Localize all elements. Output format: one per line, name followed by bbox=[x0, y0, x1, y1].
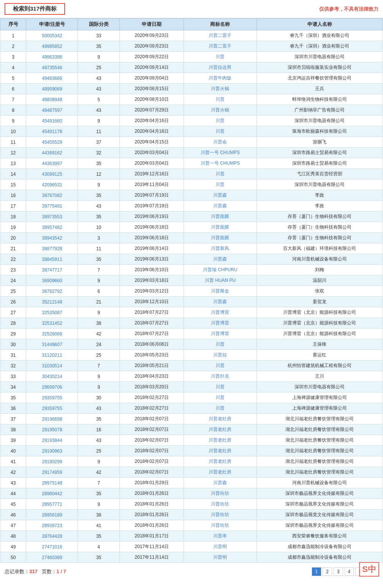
cell-6-1[interactable]: 48808948 bbox=[26, 94, 78, 105]
app-number-link-16[interactable]: 39775491 bbox=[42, 203, 62, 209]
cell-22-1[interactable]: 38747717 bbox=[26, 265, 78, 275]
app-number-link-10[interactable]: 45455529 bbox=[42, 140, 62, 145]
page-btn-4[interactable]: 4 bbox=[345, 567, 354, 576]
app-number-link-3[interactable]: 49735546 bbox=[42, 65, 62, 70]
app-number-link-27[interactable]: 32531452 bbox=[42, 321, 62, 326]
app-number-link-21[interactable]: 38845911 bbox=[42, 257, 62, 262]
app-number-link-22[interactable]: 38747717 bbox=[42, 267, 62, 273]
cell-39-1[interactable]: 29190963 bbox=[26, 446, 78, 456]
cell-13-1[interactable]: 43089125 bbox=[26, 169, 78, 180]
app-number-link-44[interactable]: 28957771 bbox=[42, 502, 62, 507]
app-number-link-17[interactable]: 38973553 bbox=[42, 214, 62, 219]
cell-38-1[interactable]: 29193844 bbox=[26, 435, 78, 446]
cell-9-1[interactable]: 45491178 bbox=[26, 126, 78, 137]
cell-33-1[interactable]: 29699706 bbox=[26, 382, 78, 393]
app-number-link-12[interactable]: 44363997 bbox=[42, 161, 62, 166]
cell-11-1[interactable]: 44369162 bbox=[26, 148, 78, 158]
cell-21-1[interactable]: 38845911 bbox=[26, 254, 78, 265]
app-number-link-37[interactable]: 29195078 bbox=[42, 427, 62, 432]
app-number-link-2[interactable]: 49963386 bbox=[42, 54, 62, 60]
cell-47-1[interactable]: 28764428 bbox=[26, 531, 78, 542]
cell-45-1[interactable]: 28956189 bbox=[26, 510, 78, 520]
app-number-link-23[interactable]: 36909660 bbox=[42, 278, 62, 283]
page-btn-1[interactable]: 1 bbox=[312, 567, 321, 576]
app-number-link-36[interactable]: 29196698 bbox=[42, 416, 62, 422]
app-number-link-33[interactable]: 29699706 bbox=[42, 385, 62, 390]
app-number-link-7[interactable]: 48487597 bbox=[42, 108, 62, 113]
cell-25-1[interactable]: 35212148 bbox=[26, 297, 78, 307]
app-number-link-14[interactable]: 42096531 bbox=[42, 182, 62, 188]
app-number-link-24[interactable]: 36782792 bbox=[42, 289, 62, 294]
cell-1-1[interactable]: 49985852 bbox=[26, 41, 78, 52]
app-number-link-47[interactable]: 28764428 bbox=[42, 534, 62, 539]
app-number-link-4[interactable]: 49493666 bbox=[42, 76, 62, 81]
cell-15-1[interactable]: 39787082 bbox=[26, 190, 78, 201]
app-number-link-34[interactable]: 29359755 bbox=[42, 395, 62, 400]
app-number-link-45[interactable]: 28956189 bbox=[42, 512, 62, 518]
app-number-link-18[interactable]: 38957482 bbox=[42, 225, 62, 230]
app-number-link-11[interactable]: 44369162 bbox=[42, 150, 62, 156]
app-number-link-38[interactable]: 29193844 bbox=[42, 438, 62, 443]
cell-43-1[interactable]: 28960442 bbox=[26, 488, 78, 499]
app-number-link-31[interactable]: 31030514 bbox=[42, 363, 62, 369]
cell-36-1[interactable]: 29196698 bbox=[26, 414, 78, 424]
app-number-link-25[interactable]: 35212148 bbox=[42, 299, 62, 305]
app-number-link-48[interactable]: 27471016 bbox=[42, 544, 62, 550]
cell-20-1[interactable]: 38877928 bbox=[26, 243, 78, 254]
cell-41-1[interactable]: 29174959 bbox=[26, 467, 78, 478]
cell-34-1[interactable]: 29359755 bbox=[26, 393, 78, 403]
cell-10-1[interactable]: 45455529 bbox=[26, 137, 78, 148]
app-number-link-43[interactable]: 28960442 bbox=[42, 491, 62, 496]
cell-19-1[interactable]: 38943542 bbox=[26, 233, 78, 243]
cell-12-1[interactable]: 44363997 bbox=[26, 158, 78, 169]
app-number-link-8[interactable]: 45491660 bbox=[42, 118, 62, 124]
app-number-link-28[interactable]: 32526066 bbox=[42, 331, 62, 337]
app-number-link-15[interactable]: 39787082 bbox=[42, 193, 62, 198]
cell-31-1[interactable]: 31030514 bbox=[26, 361, 78, 371]
app-number-link-0[interactable]: 50005342 bbox=[42, 33, 62, 38]
page-btn-2[interactable]: 2 bbox=[323, 567, 332, 576]
app-number-link-49[interactable]: 27460389 bbox=[42, 555, 62, 560]
cell-7-1[interactable]: 48487597 bbox=[26, 105, 78, 116]
cell-5-1[interactable]: 48959069 bbox=[26, 84, 78, 94]
app-number-link-32[interactable]: 30430214 bbox=[42, 374, 62, 379]
cell-2-1[interactable]: 49963386 bbox=[26, 52, 78, 62]
cell-17-1[interactable]: 38973553 bbox=[26, 211, 78, 222]
cell-35-1[interactable]: 29359755 bbox=[26, 403, 78, 414]
cell-26-1[interactable]: 32535087 bbox=[26, 307, 78, 318]
cell-4-1[interactable]: 49493666 bbox=[26, 73, 78, 84]
app-number-link-39[interactable]: 29190963 bbox=[42, 448, 62, 454]
cell-30-1[interactable]: 31120211 bbox=[26, 350, 78, 361]
app-number-link-26[interactable]: 32535087 bbox=[42, 310, 62, 315]
app-number-link-9[interactable]: 45491178 bbox=[42, 129, 62, 134]
cell-8-1[interactable]: 45491660 bbox=[26, 116, 78, 126]
app-number-link-41[interactable]: 29174959 bbox=[42, 470, 62, 475]
app-number-link-35[interactable]: 29359755 bbox=[42, 406, 62, 411]
cell-0-1[interactable]: 50005342 bbox=[26, 30, 78, 41]
cell-28-1[interactable]: 32526066 bbox=[26, 329, 78, 339]
cell-24-1[interactable]: 36782792 bbox=[26, 286, 78, 297]
cell-29-1[interactable]: 31449607 bbox=[26, 339, 78, 350]
app-number-link-42[interactable]: 28975148 bbox=[42, 480, 62, 486]
cell-48-1[interactable]: 27471016 bbox=[26, 542, 78, 552]
cell-3-1[interactable]: 49735546 bbox=[26, 62, 78, 73]
page-btn-3[interactable]: 3 bbox=[334, 567, 343, 576]
cell-23-1[interactable]: 36909660 bbox=[26, 275, 78, 286]
cell-49-1[interactable]: 27460389 bbox=[26, 552, 78, 563]
cell-37-1[interactable]: 29195078 bbox=[26, 424, 78, 435]
app-number-link-30[interactable]: 31120211 bbox=[42, 353, 62, 358]
cell-46-1[interactable]: 28939723 bbox=[26, 520, 78, 531]
app-number-link-29[interactable]: 31449607 bbox=[42, 342, 62, 347]
cell-42-1[interactable]: 28975148 bbox=[26, 478, 78, 488]
cell-18-1[interactable]: 38957482 bbox=[26, 222, 78, 233]
cell-32-1[interactable]: 30430214 bbox=[26, 371, 78, 382]
app-number-link-46[interactable]: 28939723 bbox=[42, 523, 62, 528]
cell-14-1[interactable]: 42096531 bbox=[26, 180, 78, 190]
app-number-link-6[interactable]: 48808948 bbox=[42, 97, 62, 102]
app-number-link-40[interactable]: 29180299 bbox=[42, 459, 62, 464]
cell-40-1[interactable]: 29180299 bbox=[26, 456, 78, 467]
app-number-link-13[interactable]: 43089125 bbox=[42, 172, 62, 177]
cell-44-1[interactable]: 28957771 bbox=[26, 499, 78, 510]
cell-27-1[interactable]: 32531452 bbox=[26, 318, 78, 329]
app-number-link-5[interactable]: 48959069 bbox=[42, 86, 62, 92]
